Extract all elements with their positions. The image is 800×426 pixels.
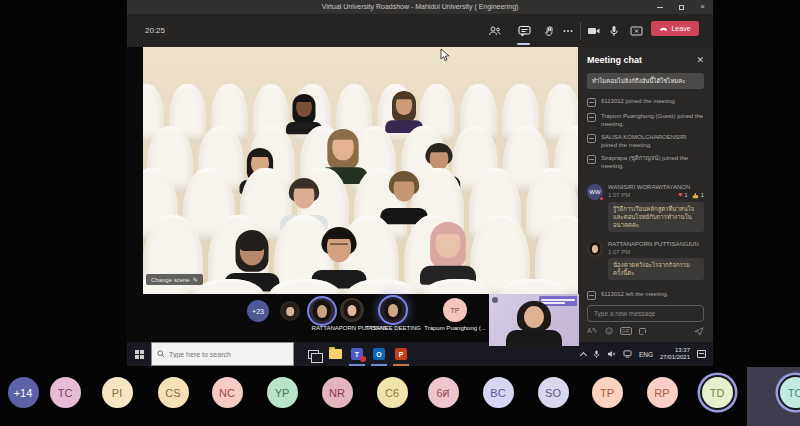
chat-input[interactable] — [587, 305, 704, 323]
hidden-icons-chevron[interactable] — [581, 351, 586, 358]
auditorium-seat — [269, 279, 340, 294]
self-person-shoulders — [506, 330, 562, 346]
avatar-circle-6ศ[interactable]: 6ศ — [428, 377, 459, 408]
sticker-icon[interactable] — [639, 328, 646, 335]
chat-icon[interactable] — [517, 24, 531, 38]
folder-icon — [329, 349, 342, 359]
join-event-icon — [587, 113, 596, 122]
emoji-icon[interactable] — [605, 327, 613, 335]
system-tray: ENG 13:37 27/01/2021 — [581, 347, 713, 361]
chat-event-text: 6113012 joined the meeting. — [601, 97, 676, 105]
leave-button[interactable]: Leave — [651, 21, 699, 36]
avatar-circle-nr[interactable]: NR — [322, 377, 353, 408]
stop-share-icon[interactable] — [629, 24, 643, 38]
mouse-cursor — [440, 48, 450, 62]
avatar-circle-cs[interactable]: CS — [158, 377, 189, 408]
participant-name-label: TASANEE DEETING — [365, 325, 421, 331]
camera-icon[interactable] — [587, 24, 601, 38]
change-scene-button[interactable]: Change scene ✎ — [146, 274, 203, 285]
avatar-initials: WW — [587, 184, 603, 200]
task-view-icon — [308, 350, 319, 359]
avatar-circle-tc[interactable]: TC — [50, 377, 81, 408]
powerpoint-app-button[interactable]: P — [390, 342, 412, 366]
avatar-circle-yp[interactable]: YP — [267, 377, 298, 408]
self-view-video[interactable] — [489, 294, 579, 346]
participants-icon[interactable] — [487, 24, 501, 38]
avatar-circle-c6[interactable]: C6 — [377, 377, 408, 408]
close-icon[interactable]: × — [700, 0, 705, 14]
avatar-circle-tc[interactable]: TC — [780, 377, 800, 408]
avatar-circle-bc[interactable]: BC — [483, 377, 514, 408]
start-button[interactable] — [127, 342, 151, 366]
minimize-icon[interactable] — [657, 7, 663, 8]
chat-message[interactable]: WW WANISIRI WORAWITAYANON 1:07 PM ♥ 1 1 … — [587, 184, 704, 232]
avatar-circle-tp[interactable]: TP — [592, 377, 623, 408]
chat-event-text: Trapum Puanghong (Guest) joined the meet… — [601, 112, 704, 128]
chat-highlighted-message[interactable]: ทำไมคอมไม่ลิงก์ถึงอันนี้ได้ใช่ไหมคะ — [587, 73, 704, 89]
format-icon[interactable]: A✎ — [587, 327, 598, 335]
participant-avatar-rattanaporn[interactable] — [340, 298, 364, 322]
powerpoint-icon: P — [395, 348, 407, 360]
message-author: WANISIRI WORAWITAYANON — [608, 184, 704, 190]
mic-icon[interactable] — [607, 24, 621, 38]
send-icon[interactable] — [694, 327, 704, 336]
thumbs-up-reaction-icon[interactable] — [692, 192, 699, 199]
more-options-icon[interactable] — [561, 24, 575, 38]
chat-message[interactable]: RATTANAPORN PUTTISANGIUN 1:07 PM น้องคาด… — [587, 241, 704, 280]
reaction-count: 1 — [684, 192, 687, 198]
gif-icon[interactable]: GIF — [620, 327, 632, 335]
presence-dot — [599, 196, 604, 201]
title-bar: Virtual University Roadshow - Mahidol Un… — [127, 0, 713, 14]
notification-badge — [360, 356, 366, 362]
avatar-circle-so[interactable]: SO — [538, 377, 569, 408]
task-view-button[interactable] — [302, 342, 324, 366]
participant-avatar[interactable] — [280, 301, 300, 321]
teams-icon: T — [351, 348, 363, 360]
overflow-participants-badge[interactable]: +23 — [247, 300, 269, 322]
seat-row — [143, 279, 569, 294]
search-input[interactable] — [169, 351, 279, 358]
message-author: RATTANAPORN PUTTISANGIUN — [608, 241, 704, 247]
windows-taskbar: T O P ENG 13:37 27/01/2021 — [127, 342, 713, 366]
participant-filmstrip: +23 RATTANAPORN PUTTISAN... TASANEE DEET… — [127, 294, 578, 336]
avatar-circle-td[interactable]: TD — [702, 377, 733, 408]
chat-event-text: 6113012 left the meeting. — [601, 290, 668, 298]
file-explorer-button[interactable] — [324, 342, 346, 366]
avatar-circle-nc[interactable]: NC — [212, 377, 243, 408]
pencil-icon: ✎ — [193, 276, 198, 283]
chat-event: Trapum Puanghong (Guest) joined the meet… — [587, 112, 704, 128]
participant-avatar-tasanee-speaking[interactable] — [380, 297, 406, 323]
avatar-circle-rp[interactable]: RP — [647, 377, 678, 408]
avatar-circle-pi[interactable]: PI — [102, 377, 133, 408]
taskbar-search[interactable] — [151, 342, 294, 366]
heart-reaction-icon[interactable]: ♥ — [678, 192, 682, 198]
chat-close-icon[interactable]: ✕ — [696, 55, 704, 65]
auditorium-scene — [143, 47, 578, 294]
change-scene-label: Change scene — [151, 277, 190, 283]
tray-mic-icon[interactable] — [593, 350, 600, 359]
raise-hand-icon[interactable] — [543, 24, 557, 38]
action-center-icon[interactable] — [697, 350, 706, 358]
participant-avatar-initials[interactable]: TP — [443, 298, 467, 322]
teams-app-button[interactable]: T — [346, 342, 368, 366]
message-text: น้องคาดหวังอะไรจากกิจกรรมครั้งนี้ค่ะ — [608, 258, 704, 280]
participant-name-label: Trapum Puanghong (... — [424, 325, 485, 331]
outlook-app-button[interactable]: O — [368, 342, 390, 366]
participant-avatar[interactable] — [309, 298, 335, 324]
window-title: Virtual University Roadshow - Mahidol Un… — [127, 0, 713, 14]
meeting-chat-panel: Meeting chat ✕ ทำไมคอมไม่ลิงก์ถึงอันนี้ไ… — [578, 47, 713, 342]
chat-event-list: 6113012 joined the meeting.Trapum Puangh… — [587, 97, 704, 175]
tray-network-icon[interactable] — [623, 350, 632, 358]
chat-event: 6113012 left the meeting. — [587, 290, 704, 300]
avatar-circle-+14[interactable]: +14 — [8, 377, 39, 408]
toolbar-divider — [580, 22, 581, 40]
taskbar-clock[interactable]: 13:37 27/01/2021 — [660, 347, 690, 361]
hangup-icon — [659, 25, 668, 33]
search-icon — [157, 350, 165, 358]
chat-event-text: Siraprapa (ชุติกาญจน์) joined the meetin… — [601, 154, 704, 170]
language-indicator[interactable]: ENG — [639, 351, 653, 358]
maximize-icon[interactable] — [679, 5, 684, 10]
meeting-timer: 20:25 — [145, 14, 165, 47]
message-text: รู้วิธีการเรียนหลักสูตรที่น่าสนใจและตอบโ… — [608, 202, 704, 232]
tray-speaker-icon[interactable] — [607, 350, 616, 358]
